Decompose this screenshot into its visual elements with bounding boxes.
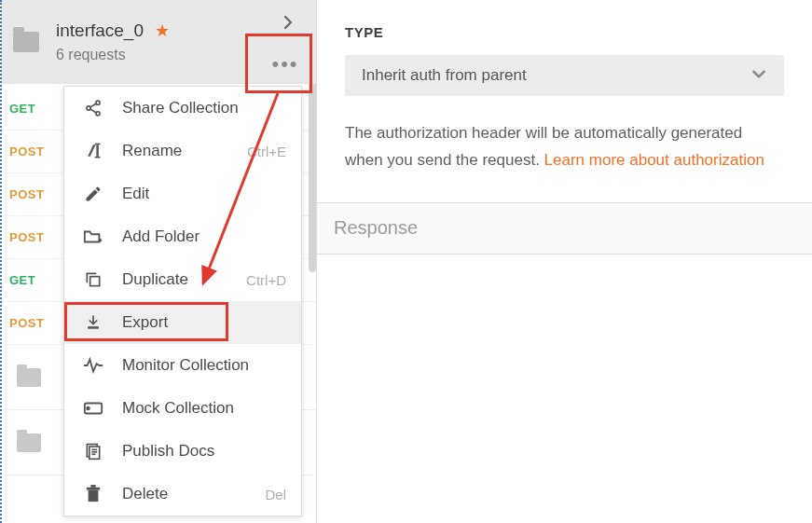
collection-name: interface_0 ★ <box>56 21 303 41</box>
method-label: POST <box>9 187 44 201</box>
publish-icon <box>81 442 105 461</box>
menu-label: Rename <box>122 142 182 160</box>
auth-type-select[interactable]: Inherit auth from parent <box>345 55 784 96</box>
delete-icon <box>81 485 105 503</box>
right-panel: TYPE Inherit auth from parent The author… <box>317 0 812 523</box>
chevron-down-icon <box>750 65 767 87</box>
mock-icon <box>81 400 105 417</box>
collection-context-menu: Share Collection Rename Ctrl+E Edit Add … <box>63 86 302 516</box>
share-icon <box>81 99 105 117</box>
rename-icon <box>81 142 105 160</box>
type-label: TYPE <box>345 24 784 40</box>
svg-rect-11 <box>88 326 99 329</box>
authorization-section: TYPE Inherit auth from parent The author… <box>317 0 812 202</box>
svg-rect-15 <box>89 447 100 459</box>
export-icon <box>81 313 105 332</box>
method-label: POST <box>9 145 44 158</box>
duplicate-icon <box>81 270 105 289</box>
menu-export[interactable]: Export <box>64 301 301 344</box>
auth-help-text: The authorization header will be automat… <box>345 120 784 174</box>
menu-shortcut: Ctrl+E <box>247 144 286 159</box>
menu-shortcut: Ctrl+D <box>246 272 286 288</box>
menu-label: Share Collection <box>122 99 239 117</box>
menu-label: Publish Docs <box>122 442 214 461</box>
svg-rect-10 <box>90 277 100 286</box>
add-folder-icon <box>81 227 105 246</box>
chevron-right-icon[interactable] <box>275 9 301 35</box>
collection-header[interactable]: interface_0 ★ 6 requests ••• <box>2 0 316 84</box>
folder-icon <box>13 32 39 52</box>
menu-label: Monitor Collection <box>122 356 249 375</box>
svg-line-4 <box>90 109 97 113</box>
menu-duplicate[interactable]: Duplicate Ctrl+D <box>64 258 301 301</box>
learn-more-link[interactable]: Learn more about authorization <box>544 151 764 169</box>
menu-shortcut: Del <box>265 487 286 502</box>
method-label: GET <box>9 102 35 116</box>
auth-type-value: Inherit auth from parent <box>362 66 527 85</box>
menu-label: Delete <box>122 485 168 503</box>
svg-point-13 <box>87 407 89 410</box>
folder-icon <box>17 434 41 452</box>
svg-rect-20 <box>87 488 100 490</box>
svg-rect-5 <box>96 145 99 157</box>
menu-edit[interactable]: Edit <box>64 172 301 215</box>
more-options-icon[interactable]: ••• <box>269 54 301 75</box>
star-icon[interactable]: ★ <box>155 21 170 41</box>
svg-line-3 <box>90 103 97 107</box>
menu-label: Mock Collection <box>122 399 234 418</box>
menu-share-collection[interactable]: Share Collection <box>64 87 301 130</box>
method-label: POST <box>9 230 44 244</box>
svg-rect-19 <box>89 490 99 502</box>
menu-delete[interactable]: Delete Del <box>64 473 301 516</box>
menu-label: Duplicate <box>122 270 188 289</box>
menu-publish-docs[interactable]: Publish Docs <box>64 430 301 473</box>
menu-label: Add Folder <box>122 227 200 246</box>
svg-rect-21 <box>90 485 95 488</box>
menu-monitor-collection[interactable]: Monitor Collection <box>64 344 301 387</box>
menu-mock-collection[interactable]: Mock Collection <box>64 387 301 430</box>
method-label: GET <box>9 273 35 287</box>
response-label: Response <box>334 217 418 239</box>
collection-sub: 6 requests <box>56 47 303 63</box>
collection-name-text: interface_0 <box>56 21 144 41</box>
response-section-header[interactable]: Response <box>317 202 812 255</box>
folder-icon <box>17 368 41 387</box>
menu-rename[interactable]: Rename Ctrl+E <box>64 130 301 172</box>
method-label: POST <box>9 316 44 330</box>
edit-icon <box>81 185 105 203</box>
menu-label: Edit <box>122 185 149 203</box>
menu-add-folder[interactable]: Add Folder <box>64 215 301 258</box>
monitor-icon <box>81 356 105 375</box>
menu-label: Export <box>122 313 168 332</box>
